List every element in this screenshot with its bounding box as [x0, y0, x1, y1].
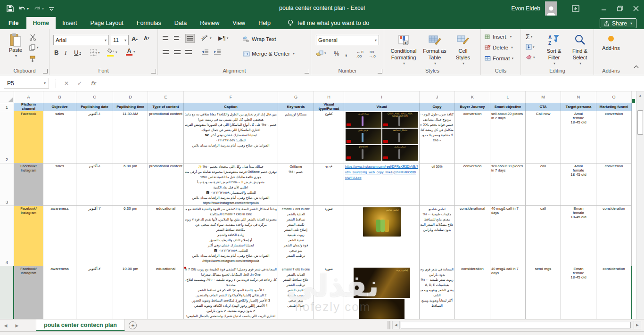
cell-F2[interactable]: مين قال إنك لازم تختاري بين الطول والكثا… — [184, 111, 278, 163]
insert-function-button[interactable]: fx — [91, 80, 96, 87]
header-cell-E1[interactable]: Type of content — [148, 103, 184, 111]
cell-K4[interactable]: considerational — [455, 206, 490, 266]
cell-H2[interactable]: كتلوج — [314, 111, 344, 163]
cell-C5[interactable]: ٢-أكتوبر — [76, 266, 113, 319]
cell-K5[interactable]: consideration — [455, 266, 490, 319]
addins-button[interactable]: Add-ins — [599, 36, 623, 52]
cell-B2[interactable]: sales — [43, 111, 76, 163]
cell-A4[interactable]: Facebook/ Instagram — [14, 206, 43, 266]
tell-me-box[interactable]: Tell me what you want to do — [288, 17, 369, 29]
cell-J5[interactable]: السعادة في شعر قوي وجميلبدون بارابينزيوت… — [420, 266, 455, 319]
tab-insert[interactable]: Insert — [56, 17, 83, 29]
cell-C3[interactable]: ١-أكتوبر — [76, 163, 113, 206]
cell-L3[interactable]: sell about 30 piecesin 7 days — [490, 163, 526, 206]
new-sheet-button[interactable]: + — [125, 319, 141, 331]
tab-file[interactable]: File — [1, 17, 26, 29]
ribbon-display-options-button[interactable] — [568, 0, 584, 17]
row-header-2[interactable]: 2 — [0, 111, 14, 163]
header-cell-N1[interactable]: Target persona — [561, 103, 596, 111]
cell-O3[interactable]: conversion — [596, 163, 632, 206]
decrease-decimal-button[interactable]: .00→.0 — [369, 50, 376, 58]
format-as-table-button[interactable]: Format as Table▾ — [420, 33, 449, 66]
column-header-E[interactable]: E — [148, 91, 184, 103]
sheet-nav-left-icon[interactable]: ◀ — [0, 319, 11, 331]
alignment-dialog-launcher[interactable] — [305, 69, 309, 74]
format-painter-button[interactable] — [29, 56, 36, 62]
cell-F5[interactable]: السعادة في شعر قوي وجميل! اكتشفي قوة الط… — [184, 266, 278, 319]
column-header-H[interactable]: H — [314, 91, 344, 103]
cell-K2[interactable]: conversion — [455, 111, 490, 163]
column-header-L[interactable]: L — [490, 91, 526, 103]
increase-indent-button[interactable] — [214, 49, 221, 55]
visual-link[interactable]: https://www.instagram.com/reel/DPRsKR3Dk… — [345, 164, 418, 181]
header-cell-G1[interactable]: Key wards — [278, 103, 314, 111]
align-right-button[interactable] — [185, 49, 192, 55]
wrap-text-button[interactable]: ab Wrap Text — [243, 36, 276, 42]
cell-B5[interactable]: awareness — [43, 266, 76, 319]
cell-G5[interactable]: emami 7 oils in oneالعناية بالشعرعلاج تس… — [278, 266, 314, 319]
tab-view[interactable]: View — [226, 17, 252, 29]
visual-cell-5[interactable]: إمامي زيوت — [344, 266, 420, 319]
accounting-format-button[interactable]: ▾ — [316, 50, 326, 56]
header-cell-L1[interactable]: Smart objective — [490, 103, 526, 111]
formula-input[interactable] — [116, 77, 640, 90]
cell-G4[interactable]: emami 7 oils in oneالعناية بالشعرتساقط ا… — [278, 206, 314, 266]
tab-formulas[interactable]: Formulas — [130, 17, 168, 29]
cell-styles-button[interactable]: Cell Styles▾ — [450, 33, 476, 66]
column-header-C[interactable]: C — [76, 91, 113, 103]
row-header-3[interactable]: 3 — [0, 163, 14, 206]
middle-align-button[interactable] — [174, 35, 181, 41]
select-all-corner[interactable] — [0, 91, 14, 103]
cut-button[interactable] — [29, 34, 36, 41]
column-header-B[interactable]: B — [43, 91, 76, 103]
tab-review[interactable]: Review — [193, 17, 226, 29]
cell-K3[interactable]: conversion — [455, 163, 490, 206]
cell-G2[interactable]: مسكارا اوريفليم — [278, 111, 314, 163]
cell-F4[interactable]: وداعاً لمشاكل الشعر المعقدة! اكتشفي سر ا… — [184, 206, 278, 266]
visual-cell-3[interactable]: https://www.instagram.com/reel/DPRsKR3Dk… — [344, 163, 420, 206]
cell-E4[interactable]: educational — [148, 206, 184, 266]
visual-cell-2[interactable]: شراء العرضORIFLAME MASCARA COLLECTIONعرض… — [344, 111, 420, 163]
column-header-F[interactable]: F — [184, 91, 278, 103]
cell-C2[interactable]: ١-أكتوبر — [76, 111, 113, 163]
cell-O5[interactable]: consideration — [596, 266, 632, 319]
cell-A3[interactable]: Facebook/ Instagram — [14, 163, 43, 206]
tab-scroll-split-grip[interactable] — [388, 321, 390, 329]
cell-M4[interactable]: call — [526, 206, 561, 266]
cell-B3[interactable]: sales — [43, 163, 76, 206]
column-header-A[interactable]: A — [14, 91, 43, 103]
insert-cells-button[interactable]: Insert▾ — [485, 34, 512, 40]
scroll-left-icon[interactable]: ◀ — [392, 321, 400, 329]
conditional-formatting-button[interactable]: ≠ Conditional Formatting▾ — [388, 33, 419, 66]
column-header-K[interactable]: K — [455, 91, 490, 103]
cell-N3[interactable]: Amalfemale18-45 old — [561, 163, 596, 206]
merge-center-button[interactable]: Merge & Center▾ — [243, 51, 295, 57]
restore-button[interactable] — [612, 0, 628, 17]
column-header-M[interactable]: M — [526, 91, 561, 103]
fill-color-button[interactable]: ▾ — [107, 48, 117, 57]
sheet-nav-right-icon[interactable]: ▶ — [11, 319, 23, 331]
header-cell-A1[interactable]: Platform channel — [14, 103, 43, 111]
percent-style-button[interactable]: % — [334, 50, 339, 57]
sort-filter-button[interactable]: AZ Sort & Filter▾ — [542, 33, 566, 66]
cell-N2[interactable]: Amalfemale18-45 old — [561, 111, 596, 163]
cell-G3[interactable]: Oriflameخصم ٥٠% — [278, 163, 314, 206]
cell-J2[interactable]: كثافة ضرب طول اليوم - ثنائيمزدوج جمال مض… — [420, 111, 455, 163]
align-center-button[interactable] — [174, 49, 181, 55]
header-cell-J1[interactable]: Copy — [420, 103, 455, 111]
row-header-1[interactable]: 1 — [0, 103, 14, 111]
align-left-button[interactable] — [163, 49, 169, 55]
cell-B4[interactable]: awareness — [43, 206, 76, 266]
cell-O4[interactable]: consideration — [596, 206, 632, 266]
cell-M2[interactable]: Call now — [526, 111, 561, 163]
cell-E2[interactable]: promotional content — [148, 111, 184, 163]
sheet-tab-active[interactable]: poula center contecn plan — [36, 319, 125, 331]
tab-help[interactable]: Help — [252, 17, 277, 29]
horizontal-scrollbar[interactable]: ◀ ▶ — [392, 321, 641, 329]
column-header-J[interactable]: J — [420, 91, 455, 103]
row-header-4[interactable]: 4 — [0, 206, 14, 266]
cell-H5[interactable]: صورة — [314, 266, 344, 319]
cell-E3[interactable]: promotional content — [148, 163, 184, 206]
number-format-combobox[interactable]: General▾ — [316, 35, 379, 45]
header-cell-O1[interactable]: Marketing funnel — [596, 103, 632, 111]
